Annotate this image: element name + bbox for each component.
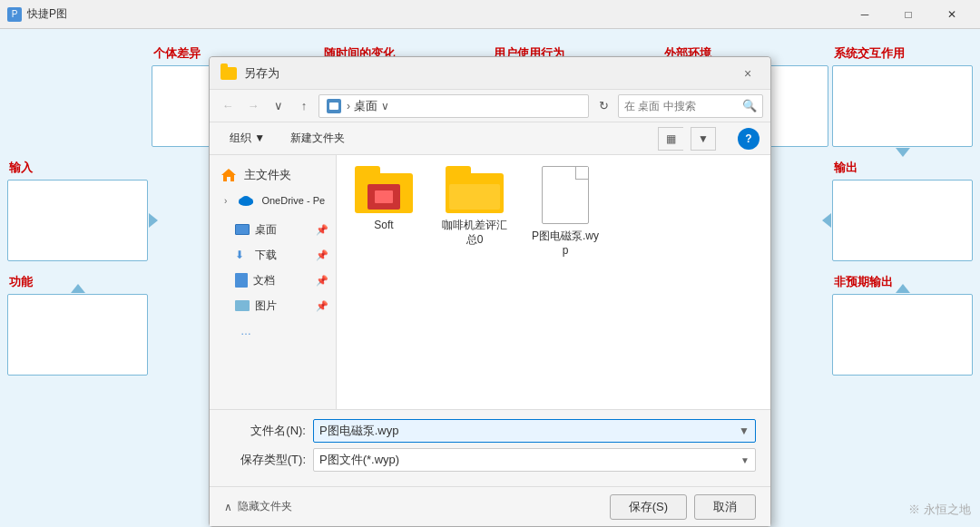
filename-value: P图电磁泵.wyp <box>319 423 398 439</box>
sidebar-desktop-item[interactable]: 桌面 📌 <box>210 217 336 242</box>
hide-folders-arrow: ∧ <box>224 501 232 513</box>
dialog-footer: ∧ 隐藏文件夹 保存(S) 取消 <box>210 486 770 526</box>
watermark: ※ 永恒之地 <box>908 502 971 518</box>
quick-pin-icon-4: 📌 <box>316 300 328 312</box>
home-icon <box>220 168 237 182</box>
sidebar-more-item[interactable]: … <box>210 318 336 344</box>
filetype-select[interactable]: P图文件(*.wyp) ▼ <box>313 448 756 472</box>
sidebar-docs-item[interactable]: 文档 📌 <box>210 268 336 293</box>
docs-icon <box>235 273 248 288</box>
nav-dropdown-button[interactable]: ∨ <box>268 95 289 117</box>
svg-marker-0 <box>221 169 236 181</box>
save-button[interactable]: 保存(S) <box>610 494 687 520</box>
sidebar-downloads-item[interactable]: ⬇ 下载 📌 <box>210 242 336 268</box>
dialog-title-bar: 另存为 × <box>210 57 770 90</box>
organize-button[interactable]: 组织 ▼ <box>220 127 274 151</box>
dialog-title-text: 另存为 <box>244 65 736 82</box>
folder-icon-2 <box>446 166 504 213</box>
pics-icon <box>235 300 250 311</box>
sidebar-onedrive-item[interactable]: › OneDrive - Per <box>210 188 336 213</box>
save-dialog: 另存为 × ← → ∨ ↑ › 桌面 ∨ ↻ <box>209 56 771 527</box>
view-arrow-button[interactable]: ▼ <box>691 127 716 151</box>
nav-search-box[interactable]: 🔍 <box>618 94 763 118</box>
filename-dropdown-icon: ▼ <box>739 425 750 437</box>
dialog-form-area: 文件名(N): P图电磁泵.wyp ▼ 保存类型(T): P图文件(*.wyp)… <box>210 409 770 486</box>
sidebar-home-label: 主文件夹 <box>244 167 291 183</box>
download-icon: ⬇ <box>235 249 250 261</box>
file-label-1: 咖啡机差评汇总0 <box>438 219 511 247</box>
file-label-2: P图电磁泵.wyp <box>529 229 602 258</box>
folder-body-2 <box>446 173 504 213</box>
filetype-label: 保存类型(T): <box>224 452 306 468</box>
sidebar-desktop-label: 桌面 <box>255 222 277 238</box>
quick-pin-icon-2: 📌 <box>316 249 328 261</box>
dialog-nav-bar: ← → ∨ ↑ › 桌面 ∨ ↻ 🔍 <box>210 90 770 122</box>
folder-body <box>355 173 413 213</box>
app-title: 快捷P图 <box>27 6 844 22</box>
dialog-sidebar: 主文件夹 › OneDrive - Per <box>210 155 337 409</box>
dialog-body: 主文件夹 › OneDrive - Per <box>210 155 770 409</box>
filename-label: 文件名(N): <box>224 423 306 439</box>
dialog-action-buttons: 保存(S) 取消 <box>610 494 756 520</box>
folder-small-icon <box>220 67 237 80</box>
filename-row: 文件名(N): P图电磁泵.wyp ▼ <box>224 419 756 443</box>
dialog-toolbar: 组织 ▼ 新建文件夹 ▦ ▼ ? <box>210 122 770 155</box>
dialog-overlay: 另存为 × ← → ∨ ↑ › 桌面 ∨ ↻ <box>0 29 980 527</box>
current-folder-label: 桌面 <box>354 98 377 114</box>
watermark-text: ※ 永恒之地 <box>908 502 971 518</box>
nav-forward-button[interactable]: → <box>242 95 264 117</box>
dialog-title-icon <box>220 65 237 82</box>
sidebar-pictures-item[interactable]: 图片 📌 <box>210 293 336 318</box>
app-window: P 快捷P图 ─ □ ✕ 个体差异 随时间的变化 用户使用行为 外部环境 系统交… <box>0 0 980 527</box>
maximize-button[interactable]: □ <box>887 0 929 29</box>
file-item-1[interactable]: 咖啡机差评汇总0 <box>438 166 511 247</box>
filetype-arrow-icon: ▼ <box>740 455 750 465</box>
title-bar: P 快捷P图 ─ □ ✕ <box>0 0 980 29</box>
desktop-icon <box>235 224 250 235</box>
sidebar-downloads-label: 下载 <box>255 248 277 263</box>
more-dots-icon: … <box>240 325 251 337</box>
quick-pin-icon-3: 📌 <box>316 275 328 287</box>
nav-back-button[interactable]: ← <box>217 95 239 117</box>
view-mode-button[interactable]: ▦ <box>658 127 683 151</box>
window-controls: ─ □ ✕ <box>844 0 973 29</box>
folder-highlight-2 <box>449 184 500 210</box>
nav-refresh-button[interactable]: ↻ <box>593 95 614 117</box>
file-fold-corner <box>575 167 588 180</box>
nav-path-bar[interactable]: › 桌面 ∨ <box>318 94 589 118</box>
file-item-0[interactable]: Soft <box>348 166 420 233</box>
tree-arrow-icon: › <box>220 195 230 206</box>
cancel-button[interactable]: 取消 <box>694 494 756 520</box>
search-input[interactable] <box>624 100 739 112</box>
minimize-button[interactable]: ─ <box>844 0 886 29</box>
filetype-value: P图文件(*.wyp) <box>319 452 399 468</box>
sidebar-pictures-label: 图片 <box>255 298 277 314</box>
new-folder-label: 新建文件夹 <box>290 131 345 146</box>
sidebar-home-item[interactable]: 主文件夹 <box>210 162 336 188</box>
dialog-close-button[interactable]: × <box>736 62 760 85</box>
folder-red-badge <box>368 184 400 210</box>
cloud-icon <box>238 193 254 208</box>
sidebar-onedrive-label: OneDrive - Per <box>261 195 325 206</box>
close-button[interactable]: ✕ <box>931 0 973 29</box>
folder-icon-special <box>355 166 413 213</box>
quick-pin-icon: 📌 <box>316 224 328 236</box>
files-area: Soft 咖啡机差评汇总0 <box>337 155 770 409</box>
search-icon: 🔍 <box>742 99 757 112</box>
file-icon-wyp <box>542 166 589 224</box>
app-icon: P <box>7 7 22 22</box>
filetype-row: 保存类型(T): P图文件(*.wyp) ▼ <box>224 448 756 472</box>
filename-input[interactable]: P图电磁泵.wyp ▼ <box>313 419 756 443</box>
help-button[interactable]: ? <box>738 128 760 150</box>
file-label-0: Soft <box>374 219 393 233</box>
new-folder-button[interactable]: 新建文件夹 <box>281 127 354 151</box>
sidebar-docs-label: 文档 <box>253 273 275 288</box>
svg-point-4 <box>241 196 250 203</box>
hide-folders-toggle[interactable]: ∧ 隐藏文件夹 <box>224 499 292 514</box>
hide-folders-label: 隐藏文件夹 <box>238 499 292 514</box>
file-item-2[interactable]: P图电磁泵.wyp <box>529 166 602 258</box>
nav-up-button[interactable]: ↑ <box>293 95 315 117</box>
organize-label: 组织 ▼ <box>230 131 265 146</box>
